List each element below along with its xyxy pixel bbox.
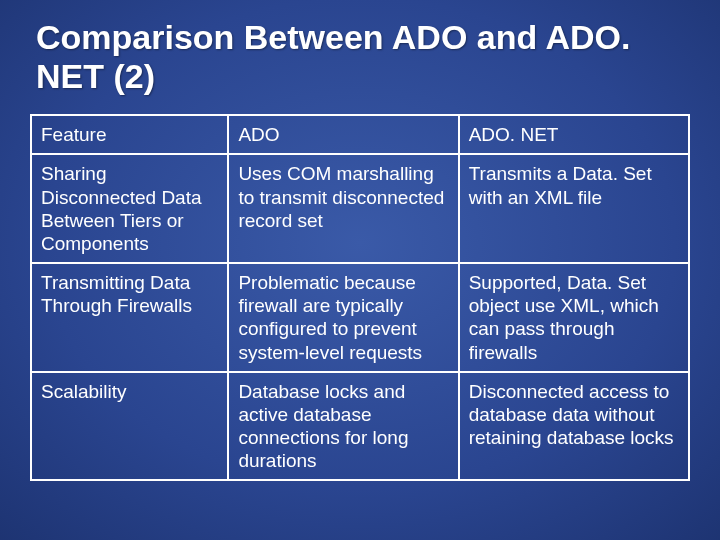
cell-adonet: Transmits a Data. Set with an XML file (459, 154, 689, 263)
header-feature: Feature (31, 115, 228, 154)
table-header-row: Feature ADO ADO. NET (31, 115, 689, 154)
cell-feature: Scalability (31, 372, 228, 481)
cell-adonet: Supported, Data. Set object use XML, whi… (459, 263, 689, 372)
header-adonet: ADO. NET (459, 115, 689, 154)
table-row: Scalability Database locks and active da… (31, 372, 689, 481)
header-ado: ADO (228, 115, 458, 154)
comparison-table: Feature ADO ADO. NET Sharing Disconnecte… (30, 114, 690, 481)
slide: Comparison Between ADO and ADO. NET (2) … (0, 0, 720, 540)
cell-ado: Database locks and active database conne… (228, 372, 458, 481)
table-row: Sharing Disconnected Data Between Tiers … (31, 154, 689, 263)
cell-ado: Problematic because firewall are typical… (228, 263, 458, 372)
cell-feature: Sharing Disconnected Data Between Tiers … (31, 154, 228, 263)
table-row: Transmitting Data Through Firewalls Prob… (31, 263, 689, 372)
slide-title: Comparison Between ADO and ADO. NET (2) (30, 18, 690, 96)
cell-feature: Transmitting Data Through Firewalls (31, 263, 228, 372)
cell-ado: Uses COM marshalling to transmit disconn… (228, 154, 458, 263)
cell-adonet: Disconnected access to database data wit… (459, 372, 689, 481)
